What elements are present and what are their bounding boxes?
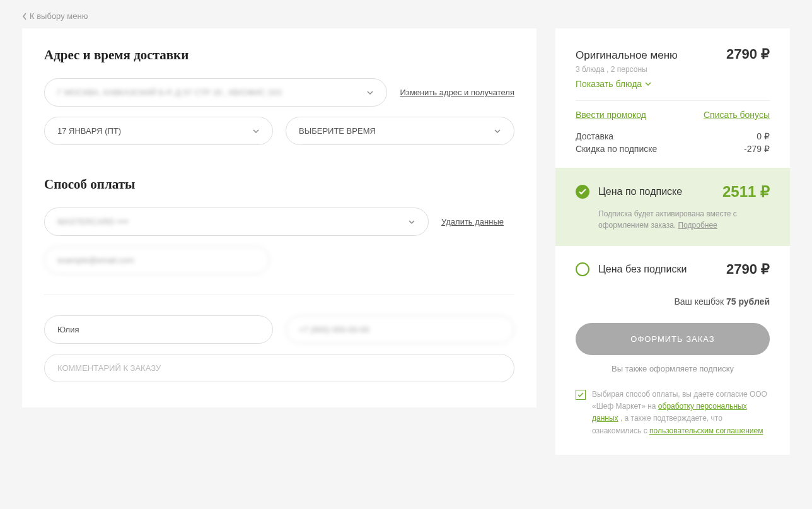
chevron-down-icon [252, 127, 260, 135]
delivery-cost-value: 0 ₽ [757, 131, 770, 141]
consent-text: Выбирая способ оплаты, вы даете согласие… [592, 389, 770, 437]
delete-card-link[interactable]: Удалить данные [441, 217, 504, 226]
subscription-price-label: Цена по подписке [598, 186, 714, 197]
delivery-date-select[interactable]: 17 ЯНВАРЯ (ПТ) [44, 117, 273, 145]
delivery-time-placeholder: ВЫБЕРИТЕ ВРЕМЯ [299, 126, 376, 136]
radio-selected[interactable] [576, 185, 589, 199]
menu-name: Оригинальное меню [576, 49, 678, 62]
comment-field[interactable]: КОММЕНТАРИЙ К ЗАКАЗУ [44, 354, 514, 382]
divider [576, 100, 770, 101]
check-icon [579, 189, 586, 195]
submit-order-button[interactable]: ОФОРМИТЬ ЗАКАЗ [576, 323, 770, 355]
chevron-down-icon [408, 218, 415, 226]
delivery-date-value: 17 ЯНВАРЯ (ПТ) [57, 126, 121, 136]
address-value: Г МОСКВА, КАВКАЗСКИЙ Б-Р, Д 57 СТР 20 , … [57, 88, 282, 97]
divider [44, 295, 514, 295]
chevron-down-icon [366, 89, 374, 97]
no-subscription-price-option[interactable]: Цена без подписки 2790 ₽ [555, 246, 790, 293]
order-summary: Оригинальное меню 2790 ₽ 3 блюда , 2 пер… [555, 28, 790, 455]
also-subscribing-note: Вы также оформляете подписку [576, 364, 770, 373]
phone-field[interactable]: +7 (900) 000-00-00 [286, 315, 514, 344]
cashback-info: Ваш кешбэк 75 рублей [555, 293, 790, 323]
checkout-form: Адрес и время доставки Г МОСКВА, КАВКАЗС… [22, 28, 536, 407]
enter-promo-link[interactable]: Ввести промокод [576, 110, 646, 120]
subscription-more-link[interactable]: Подробнее [678, 221, 717, 230]
chevron-down-icon [494, 127, 501, 135]
delivery-section-title: Адрес и время доставки [44, 47, 514, 63]
chevron-down-icon [644, 80, 652, 88]
subscription-price-option[interactable]: Цена по подписке 2511 ₽ Подписка будет а… [555, 168, 790, 246]
payment-section-title: Способ оплаты [44, 177, 514, 192]
chevron-left-icon [22, 13, 27, 20]
check-icon [577, 392, 584, 397]
menu-details: 3 блюда , 2 персоны [576, 65, 770, 74]
radio-unselected[interactable] [576, 262, 589, 276]
use-bonus-link[interactable]: Списать бонусы [704, 110, 770, 120]
name-field[interactable]: Юлия [44, 315, 273, 344]
subscription-price-value: 2511 ₽ [722, 183, 770, 201]
payment-card-select[interactable]: MASTERCARD •••• [44, 208, 429, 236]
no-subscription-label: Цена без подписки [598, 264, 717, 275]
discount-label: Скидка по подписке [576, 144, 657, 154]
show-dishes-label: Показать блюда [576, 79, 642, 89]
delivery-cost-label: Доставка [576, 131, 613, 141]
change-address-link[interactable]: Изменить адрес и получателя [400, 88, 514, 97]
show-dishes-toggle[interactable]: Показать блюда [576, 79, 652, 89]
delivery-time-select[interactable]: ВЫБЕРИТЕ ВРЕМЯ [286, 117, 514, 145]
email-field[interactable]: example@email.com [44, 246, 270, 274]
back-to-menu-link[interactable]: К выбору меню [22, 11, 88, 21]
consent-checkbox[interactable] [576, 390, 586, 400]
no-subscription-value: 2790 ₽ [726, 261, 770, 278]
subscription-note: Подписка будет активирована вместе с офо… [598, 208, 770, 231]
menu-price: 2790 ₽ [726, 46, 770, 62]
back-link-label: К выбору меню [30, 11, 88, 21]
terms-link[interactable]: пользовательским соглашением [649, 426, 763, 435]
address-select[interactable]: Г МОСКВА, КАВКАЗСКИЙ Б-Р, Д 57 СТР 20 , … [44, 78, 387, 107]
card-value: MASTERCARD •••• [57, 217, 129, 226]
discount-value: -279 ₽ [744, 144, 770, 154]
